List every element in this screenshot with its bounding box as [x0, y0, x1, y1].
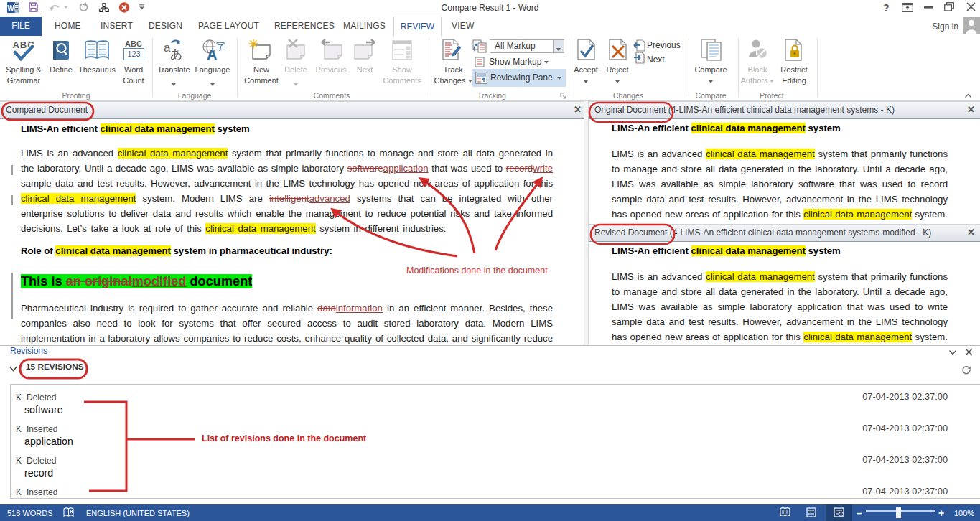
- svg-text:字: 字: [216, 41, 225, 52]
- svg-text:あ: あ: [170, 47, 182, 61]
